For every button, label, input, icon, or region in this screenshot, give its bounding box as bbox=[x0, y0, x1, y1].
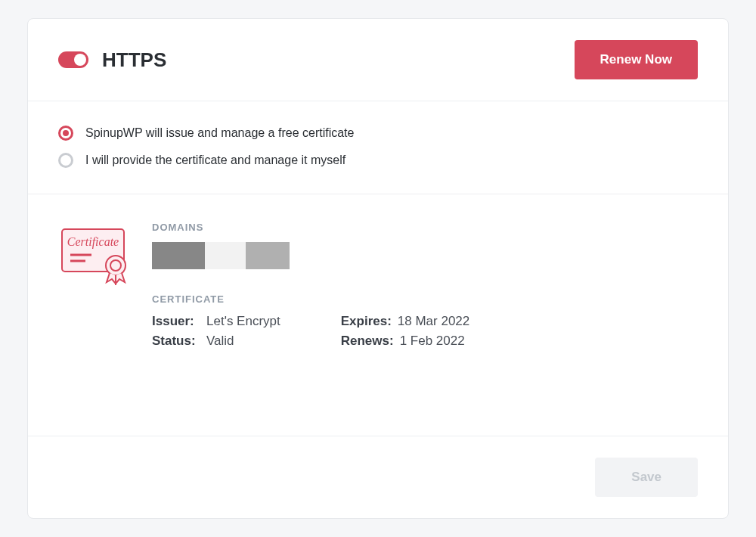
certificate-column-right: Expires: 18 Mar 2022 Renews: 1 Feb 2022 bbox=[341, 314, 470, 349]
certificate-icon-wrap: Certificate bbox=[58, 222, 134, 405]
certificate-column-left: Issuer: Let's Encrypt Status: Valid bbox=[152, 314, 280, 349]
expires-row: Expires: 18 Mar 2022 bbox=[341, 314, 470, 329]
certificate-body: DOMAINS CERTIFICATE Issuer: Let's Encryp… bbox=[152, 222, 698, 405]
domains-redacted bbox=[152, 242, 698, 269]
radio-label-manual: I will provide the certificate and manag… bbox=[85, 154, 345, 167]
redacted-block bbox=[205, 242, 246, 269]
renews-row: Renews: 1 Feb 2022 bbox=[341, 334, 470, 349]
status-row: Status: Valid bbox=[152, 334, 280, 349]
header-left: HTTPS bbox=[58, 48, 166, 72]
save-button[interactable]: Save bbox=[595, 458, 698, 497]
domains-label: DOMAINS bbox=[152, 222, 698, 233]
renew-now-button[interactable]: Renew Now bbox=[575, 40, 698, 79]
https-toggle[interactable] bbox=[58, 51, 88, 68]
https-settings-card: HTTPS Renew Now SpinupWP will issue and … bbox=[27, 18, 729, 519]
radio-option-auto[interactable]: SpinupWP will issue and manage a free ce… bbox=[58, 126, 698, 141]
certificate-details: Issuer: Let's Encrypt Status: Valid Expi… bbox=[152, 314, 698, 349]
radio-indicator bbox=[58, 153, 73, 168]
certificate-section: Certificate DOMAINS CERTIFICATE bbox=[28, 194, 728, 436]
svg-point-4 bbox=[106, 256, 125, 275]
certificate-mode-section: SpinupWP will issue and manage a free ce… bbox=[28, 101, 728, 194]
card-footer: Save bbox=[28, 436, 728, 518]
radio-option-manual[interactable]: I will provide the certificate and manag… bbox=[58, 153, 698, 168]
issuer-key: Issuer: bbox=[152, 314, 200, 329]
toggle-knob bbox=[74, 54, 86, 66]
issuer-row: Issuer: Let's Encrypt bbox=[152, 314, 280, 329]
radio-label-auto: SpinupWP will issue and manage a free ce… bbox=[85, 126, 354, 140]
card-header: HTTPS Renew Now bbox=[28, 19, 728, 101]
expires-value: 18 Mar 2022 bbox=[398, 314, 469, 329]
certificate-icon: Certificate bbox=[58, 223, 134, 288]
svg-text:Certificate: Certificate bbox=[67, 235, 119, 249]
renews-value: 1 Feb 2022 bbox=[400, 334, 465, 349]
radio-indicator bbox=[58, 126, 73, 141]
page-title: HTTPS bbox=[102, 48, 166, 72]
renews-key: Renews: bbox=[341, 334, 394, 349]
redacted-block bbox=[152, 242, 205, 269]
status-value: Valid bbox=[206, 334, 234, 349]
certificate-label: CERTIFICATE bbox=[152, 293, 698, 305]
redacted-block bbox=[246, 242, 290, 269]
expires-key: Expires: bbox=[341, 314, 392, 329]
status-key: Status: bbox=[152, 334, 200, 349]
issuer-value: Let's Encrypt bbox=[206, 314, 280, 329]
